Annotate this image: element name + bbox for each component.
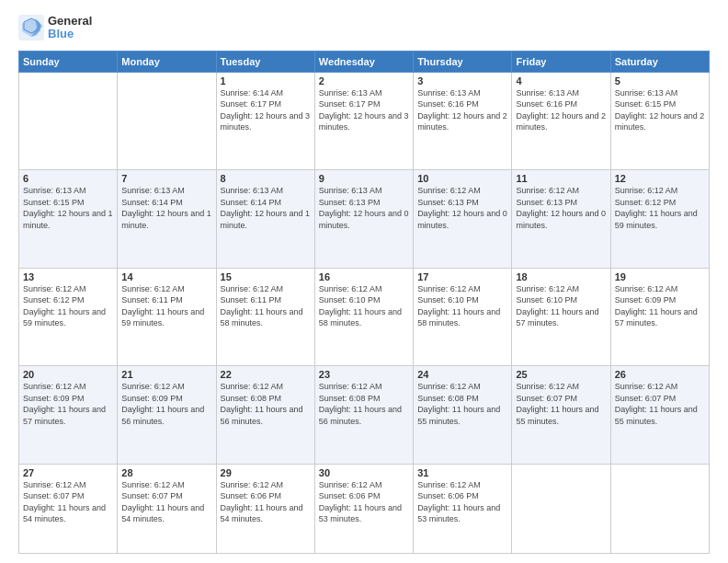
day-number: 17 bbox=[417, 271, 507, 282]
calendar-cell: 21Sunrise: 6:12 AM Sunset: 6:09 PM Dayli… bbox=[118, 366, 216, 464]
day-number: 11 bbox=[516, 173, 606, 184]
column-header-monday: Monday bbox=[118, 51, 216, 72]
day-number: 27 bbox=[23, 467, 113, 478]
day-number: 25 bbox=[516, 369, 606, 380]
calendar-cell: 18Sunrise: 6:12 AM Sunset: 6:10 PM Dayli… bbox=[512, 268, 610, 365]
column-header-tuesday: Tuesday bbox=[216, 51, 314, 72]
calendar-cell: 3Sunrise: 6:13 AM Sunset: 6:16 PM Daylig… bbox=[414, 72, 512, 169]
calendar-cell: 6Sunrise: 6:13 AM Sunset: 6:15 PM Daylig… bbox=[19, 170, 118, 268]
day-info: Sunrise: 6:12 AM Sunset: 6:06 PM Dayligh… bbox=[417, 479, 507, 525]
calendar-cell: 27Sunrise: 6:12 AM Sunset: 6:07 PM Dayli… bbox=[19, 464, 118, 553]
calendar-cell bbox=[610, 464, 709, 553]
day-info: Sunrise: 6:13 AM Sunset: 6:13 PM Dayligh… bbox=[319, 185, 409, 231]
calendar-cell: 1Sunrise: 6:14 AM Sunset: 6:17 PM Daylig… bbox=[216, 72, 314, 169]
day-number: 5 bbox=[615, 75, 705, 86]
calendar-cell: 4Sunrise: 6:13 AM Sunset: 6:16 PM Daylig… bbox=[512, 72, 610, 169]
calendar-cell bbox=[512, 464, 610, 553]
logo-text: General Blue bbox=[48, 15, 92, 41]
day-info: Sunrise: 6:12 AM Sunset: 6:13 PM Dayligh… bbox=[417, 185, 507, 231]
calendar-cell: 8Sunrise: 6:13 AM Sunset: 6:14 PM Daylig… bbox=[216, 170, 314, 268]
day-number: 10 bbox=[417, 173, 507, 184]
calendar-cell bbox=[118, 72, 216, 169]
column-header-sunday: Sunday bbox=[19, 51, 118, 72]
day-number: 1 bbox=[221, 75, 311, 86]
column-header-saturday: Saturday bbox=[610, 51, 709, 72]
day-number: 13 bbox=[23, 271, 113, 282]
day-info: Sunrise: 6:12 AM Sunset: 6:09 PM Dayligh… bbox=[121, 381, 211, 427]
calendar-table: SundayMondayTuesdayWednesdayThursdayFrid… bbox=[18, 51, 710, 554]
calendar-cell: 2Sunrise: 6:13 AM Sunset: 6:17 PM Daylig… bbox=[314, 72, 413, 169]
day-number: 24 bbox=[417, 369, 507, 380]
calendar-cell: 10Sunrise: 6:12 AM Sunset: 6:13 PM Dayli… bbox=[414, 170, 512, 268]
day-info: Sunrise: 6:12 AM Sunset: 6:07 PM Dayligh… bbox=[121, 479, 211, 525]
column-header-thursday: Thursday bbox=[414, 51, 512, 72]
day-number: 14 bbox=[121, 271, 211, 282]
page: General Blue SundayMondayTuesdayWednesda… bbox=[0, 0, 728, 563]
day-info: Sunrise: 6:12 AM Sunset: 6:11 PM Dayligh… bbox=[121, 283, 211, 329]
day-info: Sunrise: 6:12 AM Sunset: 6:09 PM Dayligh… bbox=[23, 381, 113, 427]
day-info: Sunrise: 6:12 AM Sunset: 6:06 PM Dayligh… bbox=[221, 479, 311, 525]
day-info: Sunrise: 6:12 AM Sunset: 6:10 PM Dayligh… bbox=[516, 283, 606, 329]
day-number: 2 bbox=[319, 75, 409, 86]
day-info: Sunrise: 6:12 AM Sunset: 6:11 PM Dayligh… bbox=[221, 283, 311, 329]
calendar-cell: 17Sunrise: 6:12 AM Sunset: 6:10 PM Dayli… bbox=[414, 268, 512, 365]
day-number: 22 bbox=[221, 369, 311, 380]
column-header-friday: Friday bbox=[512, 51, 610, 72]
calendar-cell: 22Sunrise: 6:12 AM Sunset: 6:08 PM Dayli… bbox=[216, 366, 314, 464]
day-info: Sunrise: 6:12 AM Sunset: 6:10 PM Dayligh… bbox=[417, 283, 507, 329]
day-number: 30 bbox=[319, 467, 409, 478]
calendar-cell: 24Sunrise: 6:12 AM Sunset: 6:08 PM Dayli… bbox=[414, 366, 512, 464]
day-number: 18 bbox=[516, 271, 606, 282]
calendar-cell: 23Sunrise: 6:12 AM Sunset: 6:08 PM Dayli… bbox=[314, 366, 413, 464]
day-number: 21 bbox=[121, 369, 211, 380]
calendar-cell: 30Sunrise: 6:12 AM Sunset: 6:06 PM Dayli… bbox=[314, 464, 413, 553]
logo-icon bbox=[18, 15, 44, 40]
logo: General Blue bbox=[18, 15, 92, 41]
calendar-cell: 7Sunrise: 6:13 AM Sunset: 6:14 PM Daylig… bbox=[118, 170, 216, 268]
day-number: 19 bbox=[615, 271, 705, 282]
calendar-cell: 12Sunrise: 6:12 AM Sunset: 6:12 PM Dayli… bbox=[610, 170, 709, 268]
day-info: Sunrise: 6:13 AM Sunset: 6:17 PM Dayligh… bbox=[319, 87, 409, 133]
calendar-cell: 9Sunrise: 6:13 AM Sunset: 6:13 PM Daylig… bbox=[314, 170, 413, 268]
calendar-cell: 16Sunrise: 6:12 AM Sunset: 6:10 PM Dayli… bbox=[314, 268, 413, 365]
calendar-cell: 13Sunrise: 6:12 AM Sunset: 6:12 PM Dayli… bbox=[19, 268, 118, 365]
day-number: 3 bbox=[417, 75, 507, 86]
day-info: Sunrise: 6:13 AM Sunset: 6:16 PM Dayligh… bbox=[417, 87, 507, 133]
day-number: 6 bbox=[23, 173, 113, 184]
day-number: 20 bbox=[23, 369, 113, 380]
day-info: Sunrise: 6:12 AM Sunset: 6:12 PM Dayligh… bbox=[615, 185, 705, 231]
day-info: Sunrise: 6:12 AM Sunset: 6:10 PM Dayligh… bbox=[319, 283, 409, 329]
calendar-cell: 26Sunrise: 6:12 AM Sunset: 6:07 PM Dayli… bbox=[610, 366, 709, 464]
calendar-cell bbox=[19, 72, 118, 169]
day-number: 9 bbox=[319, 173, 409, 184]
calendar-cell: 20Sunrise: 6:12 AM Sunset: 6:09 PM Dayli… bbox=[19, 366, 118, 464]
day-number: 28 bbox=[121, 467, 211, 478]
calendar-cell: 5Sunrise: 6:13 AM Sunset: 6:15 PM Daylig… bbox=[610, 72, 709, 169]
day-number: 12 bbox=[615, 173, 705, 184]
day-info: Sunrise: 6:13 AM Sunset: 6:16 PM Dayligh… bbox=[516, 87, 606, 133]
day-number: 26 bbox=[615, 369, 705, 380]
calendar-cell: 11Sunrise: 6:12 AM Sunset: 6:13 PM Dayli… bbox=[512, 170, 610, 268]
day-info: Sunrise: 6:12 AM Sunset: 6:08 PM Dayligh… bbox=[221, 381, 311, 427]
column-header-wednesday: Wednesday bbox=[314, 51, 413, 72]
day-number: 31 bbox=[417, 467, 507, 478]
day-info: Sunrise: 6:13 AM Sunset: 6:14 PM Dayligh… bbox=[121, 185, 211, 231]
day-info: Sunrise: 6:12 AM Sunset: 6:07 PM Dayligh… bbox=[23, 479, 113, 525]
day-info: Sunrise: 6:12 AM Sunset: 6:08 PM Dayligh… bbox=[417, 381, 507, 427]
day-info: Sunrise: 6:12 AM Sunset: 6:06 PM Dayligh… bbox=[319, 479, 409, 525]
calendar-cell: 31Sunrise: 6:12 AM Sunset: 6:06 PM Dayli… bbox=[414, 464, 512, 553]
day-info: Sunrise: 6:12 AM Sunset: 6:12 PM Dayligh… bbox=[23, 283, 113, 329]
day-info: Sunrise: 6:12 AM Sunset: 6:07 PM Dayligh… bbox=[615, 381, 705, 427]
calendar-cell: 25Sunrise: 6:12 AM Sunset: 6:07 PM Dayli… bbox=[512, 366, 610, 464]
day-info: Sunrise: 6:14 AM Sunset: 6:17 PM Dayligh… bbox=[221, 87, 311, 133]
day-number: 4 bbox=[516, 75, 606, 86]
calendar-cell: 19Sunrise: 6:12 AM Sunset: 6:09 PM Dayli… bbox=[610, 268, 709, 365]
day-number: 8 bbox=[221, 173, 311, 184]
day-number: 7 bbox=[121, 173, 211, 184]
day-info: Sunrise: 6:12 AM Sunset: 6:13 PM Dayligh… bbox=[516, 185, 606, 231]
day-info: Sunrise: 6:13 AM Sunset: 6:15 PM Dayligh… bbox=[615, 87, 705, 133]
day-info: Sunrise: 6:12 AM Sunset: 6:09 PM Dayligh… bbox=[615, 283, 705, 329]
calendar-cell: 15Sunrise: 6:12 AM Sunset: 6:11 PM Dayli… bbox=[216, 268, 314, 365]
day-info: Sunrise: 6:12 AM Sunset: 6:08 PM Dayligh… bbox=[319, 381, 409, 427]
day-number: 15 bbox=[221, 271, 311, 282]
